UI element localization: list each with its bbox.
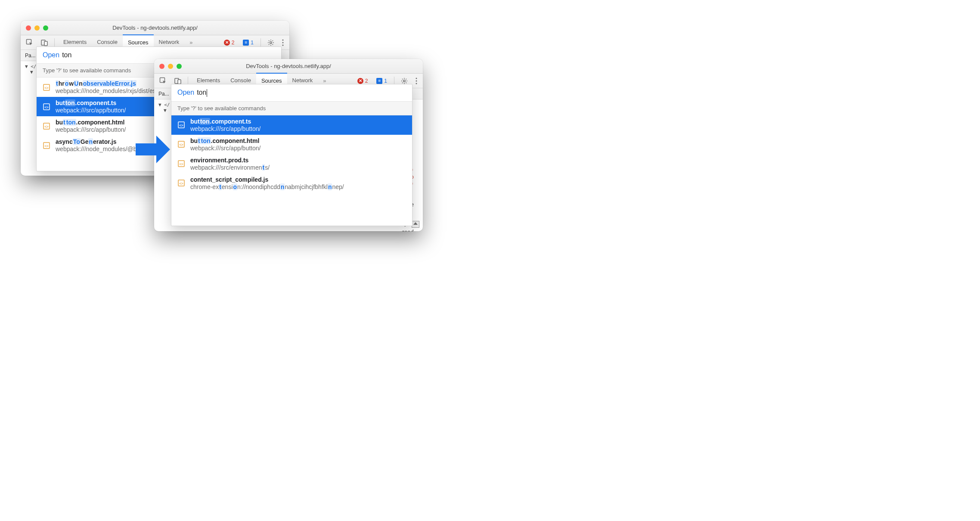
svg-point-5 xyxy=(282,42,284,43)
file-name: button.component.ts xyxy=(56,99,126,106)
file-name: environment.prod.ts xyxy=(190,157,270,164)
open-file-input-row[interactable]: Open ton xyxy=(171,84,412,101)
file-icon: <> xyxy=(177,179,185,187)
messages-badge[interactable]: ≡1 xyxy=(374,77,390,85)
file-icon: <> xyxy=(43,122,50,130)
file-name: button.component.ts xyxy=(190,118,261,125)
inspect-element-icon[interactable] xyxy=(157,75,170,87)
svg-text:<>: <> xyxy=(179,124,183,127)
file-result[interactable]: <> environment.prod.ts webpack:///src/en… xyxy=(171,154,412,174)
open-label: Open xyxy=(43,51,59,59)
file-icon: <> xyxy=(177,140,185,148)
file-path: chrome-extension://noondiphcddnnabmjcihc… xyxy=(190,183,344,190)
file-path: webpack:///src/app/button/ xyxy=(56,126,126,133)
svg-point-20 xyxy=(416,80,417,81)
open-file-popover-after: Open ton Type '?' to see available comma… xyxy=(171,84,412,226)
errors-badge[interactable]: ✕2 xyxy=(355,77,371,85)
subbar-label: Pa... xyxy=(25,53,36,59)
file-icon: <> xyxy=(43,103,50,111)
file-path: webpack:///node_modules/@babel/ xyxy=(56,146,150,152)
window-controls xyxy=(159,64,182,69)
svg-point-21 xyxy=(416,83,417,84)
svg-text:<>: <> xyxy=(44,125,49,129)
file-path: webpack:///src/app/button/ xyxy=(56,107,126,114)
open-query-text: ton xyxy=(62,51,71,59)
titlebar: DevTools - ng-devtools.netlify.app/ xyxy=(154,59,423,74)
zoom-window-button[interactable] xyxy=(43,25,48,31)
svg-text:<>: <> xyxy=(44,144,49,148)
file-name: button.component.html xyxy=(56,119,126,126)
kebab-menu-icon[interactable] xyxy=(412,75,420,87)
file-name: button.component.html xyxy=(190,137,261,144)
command-hint: Type '?' to see available commands xyxy=(171,101,412,115)
svg-text:<>: <> xyxy=(179,143,183,147)
svg-point-18 xyxy=(403,80,405,81)
file-path: webpack:///node_modules/rxjs/dist/esm xyxy=(56,87,161,94)
file-path: webpack:///src/app/button/ xyxy=(190,145,261,152)
file-result[interactable]: <> button.component.html webpack:///src/… xyxy=(171,135,412,154)
minimize-window-button[interactable] xyxy=(168,64,173,69)
errors-count: 2 xyxy=(232,40,235,46)
svg-point-6 xyxy=(282,44,284,46)
svg-text:<>: <> xyxy=(44,86,49,90)
more-tabs-icon[interactable]: » xyxy=(319,78,329,84)
open-query-text: ton xyxy=(197,89,207,97)
window-controls xyxy=(26,25,48,31)
file-path: webpack:///src/environments/ xyxy=(190,164,270,171)
messages-badge[interactable]: ≡1 xyxy=(240,39,256,47)
titlebar: DevTools - ng-devtools.netlify.app/ xyxy=(21,21,289,35)
drawer-toggle-icon[interactable] xyxy=(412,221,419,228)
inspect-element-icon[interactable] xyxy=(23,37,36,48)
minimize-window-button[interactable] xyxy=(34,25,40,31)
more-tabs-icon[interactable]: » xyxy=(186,39,196,46)
zoom-window-button[interactable] xyxy=(177,64,182,69)
svg-point-4 xyxy=(282,39,284,40)
svg-rect-17 xyxy=(178,80,181,84)
file-result[interactable]: <> button.component.ts webpack:///src/ap… xyxy=(171,115,412,135)
svg-text:<>: <> xyxy=(179,182,183,186)
svg-rect-2 xyxy=(44,41,47,46)
errors-badge[interactable]: ✕2 xyxy=(221,39,237,47)
file-name: asyncToGenerator.js xyxy=(56,138,150,145)
file-icon: <> xyxy=(177,121,185,129)
close-window-button[interactable] xyxy=(159,64,164,69)
close-window-button[interactable] xyxy=(26,25,31,31)
svg-text:<>: <> xyxy=(179,162,183,166)
svg-point-19 xyxy=(416,78,417,79)
file-result[interactable]: <> content_script_compiled.js chrome-ext… xyxy=(171,174,412,193)
svg-point-3 xyxy=(270,41,272,43)
results-list: <> button.component.ts webpack:///src/ap… xyxy=(171,115,412,193)
messages-count: 1 xyxy=(251,40,254,46)
svg-text:<>: <> xyxy=(44,105,49,109)
open-label: Open xyxy=(177,89,194,96)
window-title: DevTools - ng-devtools.netlify.app/ xyxy=(21,25,289,31)
file-icon: <> xyxy=(177,160,185,167)
file-name: content_script_compiled.js xyxy=(190,176,344,183)
file-path: webpack:///src/app/button/ xyxy=(190,125,261,132)
file-name: throwUnobservableError.js xyxy=(56,80,161,87)
file-icon: <> xyxy=(43,142,50,149)
text-caret xyxy=(207,89,207,97)
file-icon: <> xyxy=(43,84,50,91)
window-title: DevTools - ng-devtools.netlify.app/ xyxy=(154,63,423,69)
